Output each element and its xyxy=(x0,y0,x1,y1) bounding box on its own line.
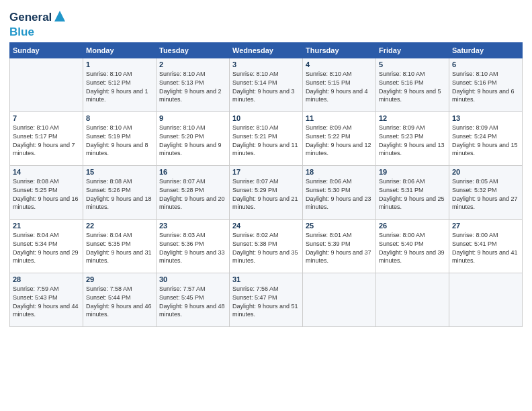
weekday-header-row: Sunday Monday Tuesday Wednesday Thursday… xyxy=(10,43,523,58)
header-monday: Monday xyxy=(83,43,157,58)
day-number: 26 xyxy=(379,222,446,230)
day-number: 28 xyxy=(13,275,80,283)
calendar-cell: 12Sunrise: 8:09 AMSunset: 5:23 PMDayligh… xyxy=(376,112,449,166)
day-number: 9 xyxy=(159,114,226,122)
day-info: Sunrise: 8:04 AMSunset: 5:34 PMDaylight:… xyxy=(13,231,80,265)
day-number: 24 xyxy=(232,222,300,230)
header-friday: Friday xyxy=(376,43,449,58)
day-number: 6 xyxy=(452,60,519,68)
day-number: 3 xyxy=(232,60,300,68)
header-saturday: Saturday xyxy=(449,43,523,58)
day-number: 12 xyxy=(379,114,446,122)
calendar-cell: 17Sunrise: 8:07 AMSunset: 5:29 PMDayligh… xyxy=(230,166,303,220)
day-number: 21 xyxy=(13,222,80,230)
day-info: Sunrise: 8:01 AMSunset: 5:39 PMDaylight:… xyxy=(306,231,373,265)
calendar-table: Sunday Monday Tuesday Wednesday Thursday… xyxy=(9,42,523,327)
calendar-cell: 16Sunrise: 8:07 AMSunset: 5:28 PMDayligh… xyxy=(157,166,230,220)
logo: General Blue xyxy=(9,9,66,38)
calendar-container: General Blue Sunday Monday Tuesday Wedne… xyxy=(0,0,532,334)
day-info: Sunrise: 8:09 AMSunset: 5:24 PMDaylight:… xyxy=(452,124,519,157)
calendar-cell: 31Sunrise: 7:56 AMSunset: 5:47 PMDayligh… xyxy=(230,273,303,327)
svg-marker-0 xyxy=(54,11,65,21)
calendar-cell: 8Sunrise: 8:10 AMSunset: 5:19 PMDaylight… xyxy=(83,112,157,166)
calendar-cell: 9Sunrise: 8:10 AMSunset: 5:20 PMDaylight… xyxy=(157,112,230,166)
day-info: Sunrise: 8:03 AMSunset: 5:36 PMDaylight:… xyxy=(159,231,226,265)
day-info: Sunrise: 8:10 AMSunset: 5:19 PMDaylight:… xyxy=(86,124,153,157)
calendar-cell: 20Sunrise: 8:05 AMSunset: 5:32 PMDayligh… xyxy=(449,166,523,220)
logo-text: Blue xyxy=(9,26,66,39)
day-info: Sunrise: 8:00 AMSunset: 5:40 PMDaylight:… xyxy=(379,231,446,265)
day-info: Sunrise: 8:02 AMSunset: 5:38 PMDaylight:… xyxy=(232,231,300,265)
header-sunday: Sunday xyxy=(10,43,83,58)
calendar-cell: 4Sunrise: 8:10 AMSunset: 5:15 PMDaylight… xyxy=(303,58,376,112)
day-info: Sunrise: 7:58 AMSunset: 5:44 PMDaylight:… xyxy=(86,285,153,318)
day-number: 7 xyxy=(13,114,80,122)
calendar-cell xyxy=(10,58,83,112)
day-number: 20 xyxy=(452,168,519,176)
day-info: Sunrise: 8:10 AMSunset: 5:21 PMDaylight:… xyxy=(232,124,300,157)
day-info: Sunrise: 8:00 AMSunset: 5:41 PMDaylight:… xyxy=(452,231,519,265)
day-info: Sunrise: 8:08 AMSunset: 5:25 PMDaylight:… xyxy=(13,177,80,211)
day-info: Sunrise: 8:08 AMSunset: 5:26 PMDaylight:… xyxy=(86,177,153,211)
calendar-cell: 28Sunrise: 7:59 AMSunset: 5:43 PMDayligh… xyxy=(10,273,83,327)
day-info: Sunrise: 7:56 AMSunset: 5:47 PMDaylight:… xyxy=(232,285,300,318)
day-info: Sunrise: 8:09 AMSunset: 5:23 PMDaylight:… xyxy=(379,124,446,157)
day-info: Sunrise: 8:10 AMSunset: 5:20 PMDaylight:… xyxy=(159,124,226,157)
calendar-cell: 26Sunrise: 8:00 AMSunset: 5:40 PMDayligh… xyxy=(376,220,449,273)
calendar-cell xyxy=(376,273,449,327)
day-number: 30 xyxy=(159,275,226,283)
day-number: 5 xyxy=(379,60,446,68)
calendar-week-row: 7Sunrise: 8:10 AMSunset: 5:17 PMDaylight… xyxy=(10,112,523,166)
day-info: Sunrise: 8:10 AMSunset: 5:12 PMDaylight:… xyxy=(86,70,153,103)
day-info: Sunrise: 8:09 AMSunset: 5:22 PMDaylight:… xyxy=(306,124,373,157)
day-info: Sunrise: 8:10 AMSunset: 5:14 PMDaylight:… xyxy=(232,70,300,103)
calendar-header: Sunday Monday Tuesday Wednesday Thursday… xyxy=(10,43,523,58)
day-info: Sunrise: 8:05 AMSunset: 5:32 PMDaylight:… xyxy=(452,177,519,211)
calendar-cell: 18Sunrise: 8:06 AMSunset: 5:30 PMDayligh… xyxy=(303,166,376,220)
day-info: Sunrise: 8:04 AMSunset: 5:35 PMDaylight:… xyxy=(86,231,153,265)
calendar-cell: 7Sunrise: 8:10 AMSunset: 5:17 PMDaylight… xyxy=(10,112,83,166)
day-info: Sunrise: 8:07 AMSunset: 5:28 PMDaylight:… xyxy=(159,177,226,211)
day-number: 14 xyxy=(13,168,80,176)
calendar-cell: 25Sunrise: 8:01 AMSunset: 5:39 PMDayligh… xyxy=(303,220,376,273)
day-number: 4 xyxy=(306,60,373,68)
calendar-body: 1Sunrise: 8:10 AMSunset: 5:12 PMDaylight… xyxy=(10,58,523,327)
header-tuesday: Tuesday xyxy=(157,43,230,58)
calendar-cell: 3Sunrise: 8:10 AMSunset: 5:14 PMDaylight… xyxy=(230,58,303,112)
day-info: Sunrise: 8:10 AMSunset: 5:17 PMDaylight:… xyxy=(13,124,80,157)
day-info: Sunrise: 8:10 AMSunset: 5:13 PMDaylight:… xyxy=(159,70,226,103)
calendar-week-row: 14Sunrise: 8:08 AMSunset: 5:25 PMDayligh… xyxy=(10,166,523,220)
day-number: 11 xyxy=(306,114,373,122)
header-wednesday: Wednesday xyxy=(230,43,303,58)
day-number: 25 xyxy=(306,222,373,230)
calendar-week-row: 21Sunrise: 8:04 AMSunset: 5:34 PMDayligh… xyxy=(10,220,523,273)
day-number: 27 xyxy=(452,222,519,230)
day-info: Sunrise: 8:06 AMSunset: 5:31 PMDaylight:… xyxy=(379,177,446,211)
day-number: 23 xyxy=(159,222,226,230)
day-number: 29 xyxy=(86,275,153,283)
day-number: 19 xyxy=(379,168,446,176)
calendar-cell: 29Sunrise: 7:58 AMSunset: 5:44 PMDayligh… xyxy=(83,273,157,327)
calendar-cell xyxy=(303,273,376,327)
day-number: 1 xyxy=(86,60,153,68)
calendar-week-row: 1Sunrise: 8:10 AMSunset: 5:12 PMDaylight… xyxy=(10,58,523,112)
day-number: 13 xyxy=(452,114,519,122)
day-number: 22 xyxy=(86,222,153,230)
calendar-week-row: 28Sunrise: 7:59 AMSunset: 5:43 PMDayligh… xyxy=(10,273,523,327)
calendar-cell: 10Sunrise: 8:10 AMSunset: 5:21 PMDayligh… xyxy=(230,112,303,166)
day-info: Sunrise: 8:07 AMSunset: 5:29 PMDaylight:… xyxy=(232,177,300,211)
calendar-cell: 6Sunrise: 8:10 AMSunset: 5:16 PMDaylight… xyxy=(449,58,523,112)
calendar-cell: 21Sunrise: 8:04 AMSunset: 5:34 PMDayligh… xyxy=(10,220,83,273)
calendar-cell: 5Sunrise: 8:10 AMSunset: 5:16 PMDaylight… xyxy=(376,58,449,112)
day-number: 15 xyxy=(86,168,153,176)
day-info: Sunrise: 7:59 AMSunset: 5:43 PMDaylight:… xyxy=(13,285,80,318)
calendar-cell: 22Sunrise: 8:04 AMSunset: 5:35 PMDayligh… xyxy=(83,220,157,273)
calendar-cell: 13Sunrise: 8:09 AMSunset: 5:24 PMDayligh… xyxy=(449,112,523,166)
day-number: 17 xyxy=(232,168,300,176)
day-info: Sunrise: 7:57 AMSunset: 5:45 PMDaylight:… xyxy=(159,285,226,318)
calendar-cell: 19Sunrise: 8:06 AMSunset: 5:31 PMDayligh… xyxy=(376,166,449,220)
calendar-cell: 23Sunrise: 8:03 AMSunset: 5:36 PMDayligh… xyxy=(157,220,230,273)
day-info: Sunrise: 8:06 AMSunset: 5:30 PMDaylight:… xyxy=(306,177,373,211)
day-number: 18 xyxy=(306,168,373,176)
day-info: Sunrise: 8:10 AMSunset: 5:15 PMDaylight:… xyxy=(306,70,373,103)
